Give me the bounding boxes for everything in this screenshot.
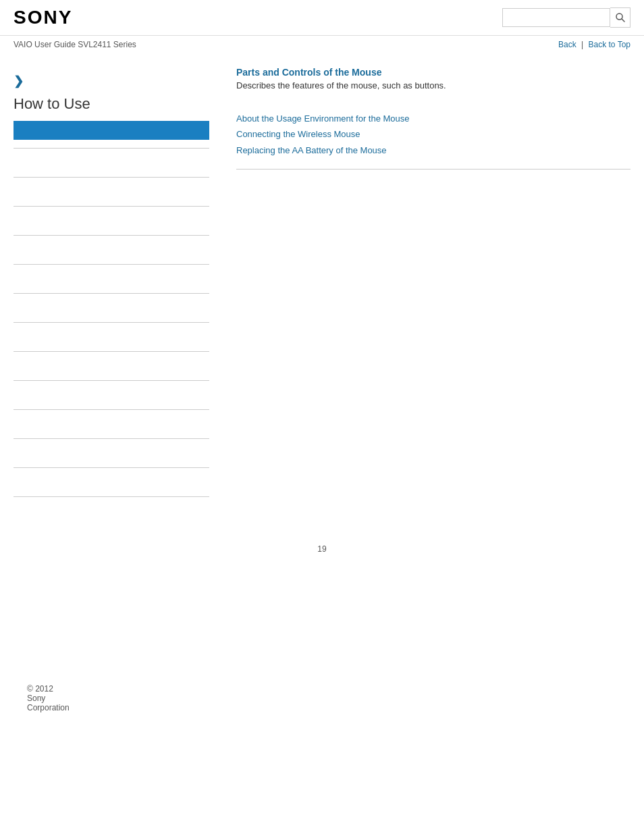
sidebar-divider-5 [14,264,209,265]
sidebar-item-5 [14,271,209,286]
sidebar-item-8 [14,359,209,373]
nav-separator: | [581,40,583,49]
main-content-link[interactable]: Parts and Controls of the Mouse [236,67,381,78]
sidebar-item-4 [14,242,209,257]
nav-links: Back | Back to Top [558,40,630,49]
main-container: ❯ How to Use [0,53,644,517]
sidebar-divider-9 [14,380,209,381]
search-box [502,7,630,28]
sidebar-highlight [14,121,209,140]
copyright-text: © 2012 Sony Corporation [27,684,70,712]
search-icon [615,12,626,23]
sidebar-divider-7 [14,322,209,323]
sidebar-item-11 [14,446,209,461]
search-input[interactable] [502,8,610,27]
sidebar-divider-1 [14,148,209,149]
content-description: Describes the features of the mouse, suc… [236,80,630,90]
sidebar-divider-3 [14,206,209,207]
content-divider [236,169,630,170]
sub-link-1[interactable]: About the Usage Environment for the Mous… [236,111,630,126]
back-link[interactable]: Back [558,40,576,49]
sidebar-item-10 [14,417,209,432]
content-sub-links: About the Usage Environment for the Mous… [236,111,630,158]
content-area: Parts and Controls of the Mouse Describe… [223,67,630,504]
sony-logo: SONY [14,7,72,28]
header: SONY [0,0,644,36]
sidebar-divider-4 [14,235,209,236]
guide-title: VAIO User Guide SVL2411 Series [14,40,136,49]
sidebar: ❯ How to Use [14,67,223,504]
sidebar-arrow: ❯ [14,74,209,88]
page-number: 19 [0,544,644,567]
sub-header: VAIO User Guide SVL2411 Series Back | Ba… [0,36,644,53]
sidebar-divider-12 [14,467,209,468]
sidebar-divider-2 [14,177,209,178]
sub-link-2[interactable]: Connecting the Wireless Mouse [236,126,630,142]
sidebar-item-1 [14,155,209,170]
sidebar-divider-8 [14,351,209,352]
sub-link-3[interactable]: Replacing the AA Battery of the Mouse [236,142,630,158]
sidebar-divider-10 [14,409,209,410]
sidebar-divider-13 [14,496,209,497]
sidebar-item-12 [14,475,209,490]
sidebar-divider-6 [14,293,209,294]
sidebar-item-6 [14,301,209,315]
sidebar-item-7 [14,330,209,344]
svg-line-1 [621,19,624,22]
sidebar-item-2 [14,184,209,199]
search-button[interactable] [610,7,630,28]
sidebar-item-9 [14,388,209,402]
sidebar-item-3 [14,213,209,228]
back-to-top-link[interactable]: Back to Top [589,40,630,49]
sidebar-title: How to Use [14,95,209,113]
sidebar-divider-11 [14,438,209,439]
